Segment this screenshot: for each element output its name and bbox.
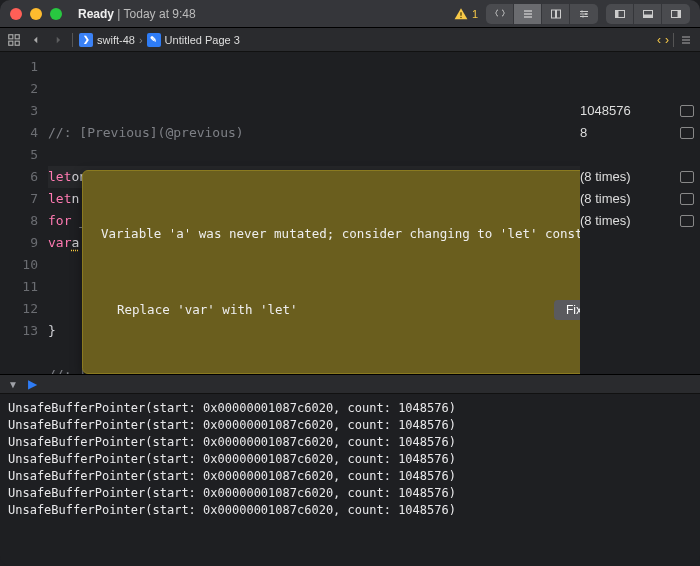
breadcrumb[interactable]: ❯ swift-48 › ✎ Untitled Page 3 [79, 33, 240, 47]
braces-button[interactable] [486, 4, 514, 24]
line-number: 8 [0, 210, 38, 232]
svg-rect-13 [9, 34, 13, 38]
result-row[interactable]: (8 times) [580, 210, 700, 232]
line-number: 7 [0, 188, 38, 210]
items-menu-button[interactable] [678, 32, 694, 48]
result-value: (8 times) [580, 166, 680, 188]
svg-rect-3 [556, 10, 560, 18]
status-text: Ready | Today at 9:48 [78, 7, 196, 21]
line-number: 3 [0, 100, 38, 122]
warnings-indicator[interactable]: 1 [454, 7, 478, 21]
titlebar: Ready | Today at 9:48 1 [0, 0, 700, 28]
fixit-suggestion: Replace 'var' with 'let' [117, 299, 298, 321]
result-row [580, 56, 700, 78]
console-output[interactable]: UnsafeBufferPointer(start: 0x00000001087… [0, 394, 700, 566]
svg-rect-2 [551, 10, 555, 18]
fix-button[interactable]: Fix [554, 300, 580, 320]
page-icon: ✎ [147, 33, 161, 47]
line-number: 2 [0, 78, 38, 100]
line-number: 1 [0, 56, 38, 78]
disclosure-icon[interactable]: ▼ [8, 379, 18, 390]
svg-rect-8 [615, 10, 618, 17]
bottom-panel-button[interactable] [634, 4, 662, 24]
svg-point-4 [581, 10, 583, 12]
result-row[interactable]: (8 times) [580, 166, 700, 188]
next-item-button[interactable]: › [665, 33, 669, 47]
fixit-message: Variable 'a' was never mutated; consider… [101, 223, 580, 245]
compare-button[interactable] [542, 4, 570, 24]
svg-rect-12 [678, 10, 681, 17]
svg-rect-14 [15, 34, 19, 38]
code-line[interactable] [48, 144, 580, 166]
svg-rect-1 [460, 16, 461, 17]
result-row [580, 78, 700, 100]
minimize-window-button[interactable] [30, 8, 42, 20]
breadcrumb-bar: ❯ swift-48 › ✎ Untitled Page 3 ‹ › [0, 28, 700, 52]
quicklook-icon[interactable] [680, 105, 694, 117]
adjust-button[interactable] [570, 4, 598, 24]
svg-point-6 [582, 15, 584, 17]
quicklook-icon[interactable] [680, 127, 694, 139]
result-row[interactable]: (8 times) [580, 188, 700, 210]
warning-icon [454, 7, 468, 21]
play-button[interactable]: ▶ [28, 377, 37, 391]
line-number: 12 [0, 298, 38, 320]
code-line[interactable]: //: [Previous](@previous) [48, 122, 580, 144]
status-rest: | Today at 9:48 [114, 7, 196, 21]
lines-button[interactable] [514, 4, 542, 24]
fixit-popup: Variable 'a' was never mutated; consider… [82, 170, 580, 374]
result-value: 8 [580, 122, 680, 144]
svg-rect-16 [15, 41, 19, 45]
project-name: swift-48 [97, 34, 135, 46]
related-items-button[interactable] [6, 32, 22, 48]
line-number: 5 [0, 144, 38, 166]
quicklook-icon[interactable] [680, 171, 694, 183]
svg-rect-0 [460, 12, 461, 16]
swift-icon: ❯ [79, 33, 93, 47]
results-sidebar: 10485768(8 times)(8 times)(8 times) [580, 52, 700, 374]
code-editor[interactable]: //: [Previous](@previous)let oneM = 1024… [48, 52, 580, 374]
line-number: 10 [0, 254, 38, 276]
view-segmented-1 [486, 4, 598, 24]
status-bold: Ready [78, 7, 114, 21]
left-panel-button[interactable] [606, 4, 634, 24]
close-window-button[interactable] [10, 8, 22, 20]
svg-rect-15 [9, 41, 13, 45]
result-value: (8 times) [580, 188, 680, 210]
result-row[interactable]: 8 [580, 122, 700, 144]
quicklook-icon[interactable] [680, 193, 694, 205]
result-value: (8 times) [580, 210, 680, 232]
chevron-right-icon: › [139, 34, 143, 46]
nav-forward-button[interactable] [50, 32, 66, 48]
console-toolbar: ▼ ▶ [0, 374, 700, 394]
warning-count: 1 [472, 8, 478, 20]
nav-back-button[interactable] [28, 32, 44, 48]
result-value: 1048576 [580, 100, 680, 122]
line-gutter: 12345678910111213 [0, 52, 48, 374]
right-panel-button[interactable] [662, 4, 690, 24]
zoom-window-button[interactable] [50, 8, 62, 20]
svg-rect-10 [643, 14, 652, 17]
result-row[interactable]: 1048576 [580, 100, 700, 122]
prev-item-button[interactable]: ‹ [657, 33, 661, 47]
line-number: 4 [0, 122, 38, 144]
editor-area: 12345678910111213 //: [Previous](@previo… [0, 52, 700, 374]
file-name: Untitled Page 3 [165, 34, 240, 46]
quicklook-icon[interactable] [680, 215, 694, 227]
divider [673, 33, 674, 47]
line-number: 13 [0, 320, 38, 342]
panel-segmented [606, 4, 690, 24]
line-number: 11 [0, 276, 38, 298]
line-number: 6 [0, 166, 38, 188]
result-row [580, 144, 700, 166]
divider [72, 33, 73, 47]
line-number: 9 [0, 232, 38, 254]
svg-point-5 [585, 13, 587, 15]
window-controls [10, 8, 62, 20]
